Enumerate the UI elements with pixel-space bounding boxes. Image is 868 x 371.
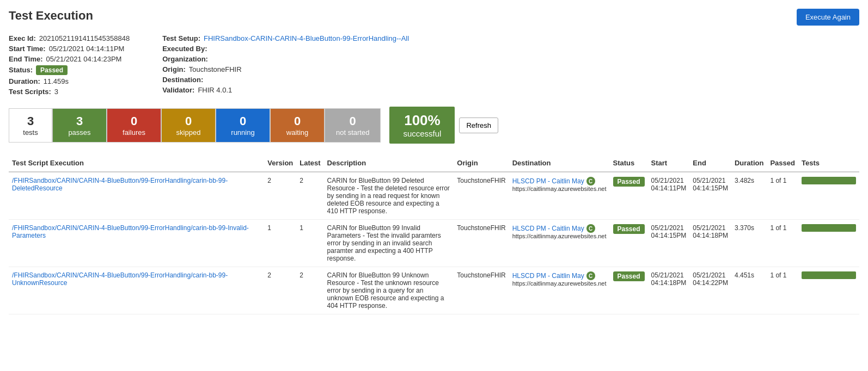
- organization-row: Organization:: [162, 55, 409, 63]
- validator-value: FHIR 4.0.1: [198, 86, 232, 94]
- stat-passes: 3 passes: [52, 108, 107, 143]
- col-status: Status: [610, 154, 648, 172]
- test-setup-link[interactable]: FHIRSandbox-CARIN-CARIN-4-BlueButton-99-…: [204, 34, 409, 42]
- latest-cell: 2: [296, 172, 323, 220]
- start-time-value: 05/21/2021 04:14:11PM: [49, 45, 125, 53]
- description-cell: CARIN for BlueButton 99 Deleted Resource…: [324, 172, 454, 220]
- end-time-row: End Time: 05/21/2021 04:14:23PM: [9, 55, 130, 63]
- meta-section: Exec Id: 20210521191411545358848 Start T…: [9, 34, 859, 96]
- progress-bar: [802, 224, 856, 232]
- table-row: /FHIRSandbox/CARIN/CARIN-4-BlueButton/99…: [9, 172, 859, 220]
- success-label: successful: [400, 129, 444, 138]
- destination-row: Destination:: [162, 76, 409, 84]
- not-started-label: not started: [336, 128, 369, 137]
- success-percentage: 100%: [400, 112, 444, 129]
- destination-link[interactable]: HLSCD PM - Caitlin May C: [512, 224, 607, 233]
- waiting-label: waiting: [282, 128, 313, 137]
- col-script: Test Script Execution: [9, 154, 264, 172]
- page-title: Test Execution: [9, 9, 93, 23]
- stat-skipped: 0 skipped: [161, 108, 216, 143]
- failures-number: 0: [118, 114, 150, 128]
- end-cell: 05/21/202104:14:22PM: [689, 267, 731, 314]
- tests-cell: [798, 220, 859, 267]
- c-badge: C: [586, 177, 595, 186]
- waiting-number: 0: [282, 114, 313, 128]
- end-time-value: 05/21/2021 04:14:23PM: [46, 55, 122, 63]
- description-cell: CARIN for BlueButton 99 Unknown Resource…: [324, 267, 454, 314]
- stat-not-started: 0 not started: [325, 108, 381, 143]
- execute-again-button[interactable]: Execute Again: [797, 9, 859, 26]
- script-cell: /FHIRSandbox/CARIN/CARIN-4-BlueButton/99…: [9, 267, 264, 314]
- start-time-label: Start Time:: [9, 45, 46, 53]
- duration-label: Duration:: [9, 77, 40, 85]
- destination-link[interactable]: HLSCD PM - Caitlin May C: [512, 271, 607, 280]
- passed-cell: 1 of 1: [767, 220, 798, 267]
- running-label: running: [227, 128, 259, 137]
- failures-label: failures: [118, 128, 150, 137]
- table-row: /FHIRSandbox/CARIN/CARIN-4-BlueButton/99…: [9, 267, 859, 314]
- script-link[interactable]: /FHIRSandbox/CARIN/CARIN-4-BlueButton/99…: [12, 224, 249, 239]
- col-end: End: [689, 154, 731, 172]
- test-scripts-row: Test Scripts: 3: [9, 88, 130, 96]
- destination-url: https://caitlinmay.azurewebsites.net: [512, 280, 607, 287]
- col-tests: Tests: [798, 154, 859, 172]
- passes-label: passes: [64, 128, 95, 137]
- origin-label: Origin:: [162, 65, 186, 73]
- version-cell: 1: [264, 220, 296, 267]
- status-passed-badge: Passed: [613, 224, 645, 234]
- destination-url: https://caitlinmay.azurewebsites.net: [512, 233, 607, 239]
- duration-cell: 3.370s: [731, 220, 767, 267]
- success-block: 100% successful: [389, 107, 455, 144]
- not-started-number: 0: [336, 114, 369, 128]
- validator-row: Validator: FHIR 4.0.1: [162, 86, 409, 94]
- refresh-button[interactable]: Refresh: [459, 118, 498, 133]
- duration-cell: 3.482s: [731, 172, 767, 220]
- duration-cell: 4.451s: [731, 267, 767, 314]
- col-passed: Passed: [767, 154, 798, 172]
- version-cell: 2: [264, 172, 296, 220]
- version-cell: 2: [264, 267, 296, 314]
- test-scripts-label: Test Scripts:: [9, 88, 51, 96]
- skipped-label: skipped: [173, 128, 204, 137]
- script-link[interactable]: /FHIRSandbox/CARIN/CARIN-4-BlueButton/99…: [12, 177, 228, 192]
- origin-cell: TouchstoneFHIR: [454, 267, 509, 314]
- passed-cell: 1 of 1: [767, 172, 798, 220]
- validator-label: Validator:: [162, 86, 194, 94]
- destination-cell: HLSCD PM - Caitlin May C https://caitlin…: [509, 220, 610, 267]
- col-duration: Duration: [731, 154, 767, 172]
- col-version: Version: [264, 154, 296, 172]
- results-table: Test Script Execution Version Latest Des…: [9, 154, 859, 314]
- c-badge: C: [586, 271, 595, 280]
- table-header-row: Test Script Execution Version Latest Des…: [9, 154, 859, 172]
- script-link[interactable]: /FHIRSandbox/CARIN/CARIN-4-BlueButton/99…: [12, 271, 228, 287]
- col-start: Start: [648, 154, 690, 172]
- end-cell: 05/21/202104:14:15PM: [689, 172, 731, 220]
- passes-number: 3: [64, 114, 95, 128]
- running-number: 0: [227, 114, 259, 128]
- destination-link[interactable]: HLSCD PM - Caitlin May C: [512, 177, 607, 186]
- start-cell: 05/21/202104:14:11PM: [648, 172, 690, 220]
- total-label: tests: [20, 128, 41, 137]
- status-cell: Passed: [610, 172, 648, 220]
- status-label: Status:: [9, 66, 33, 74]
- meta-left: Exec Id: 20210521191411545358848 Start T…: [9, 34, 130, 96]
- latest-cell: 2: [296, 267, 323, 314]
- stat-running: 0 running: [216, 108, 270, 143]
- progress-bar: [802, 271, 856, 279]
- executed-by-row: Executed By:: [162, 45, 409, 53]
- total-number: 3: [20, 114, 41, 128]
- status-cell: Passed: [610, 220, 648, 267]
- col-destination: Destination: [509, 154, 610, 172]
- destination-cell: HLSCD PM - Caitlin May C https://caitlin…: [509, 267, 610, 314]
- progress-bar: [802, 177, 856, 184]
- exec-id-value: 20210521191411545358848: [39, 34, 130, 42]
- status-row: Status: Passed: [9, 65, 130, 75]
- latest-cell: 1: [296, 220, 323, 267]
- destination-url: https://caitlinmay.azurewebsites.net: [512, 186, 607, 192]
- stat-waiting: 0 waiting: [270, 108, 325, 143]
- script-cell: /FHIRSandbox/CARIN/CARIN-4-BlueButton/99…: [9, 172, 264, 220]
- exec-id-label: Exec Id:: [9, 34, 36, 42]
- duration-value: 11.459s: [44, 77, 69, 85]
- origin-cell: TouchstoneFHIR: [454, 220, 509, 267]
- table-row: /FHIRSandbox/CARIN/CARIN-4-BlueButton/99…: [9, 220, 859, 267]
